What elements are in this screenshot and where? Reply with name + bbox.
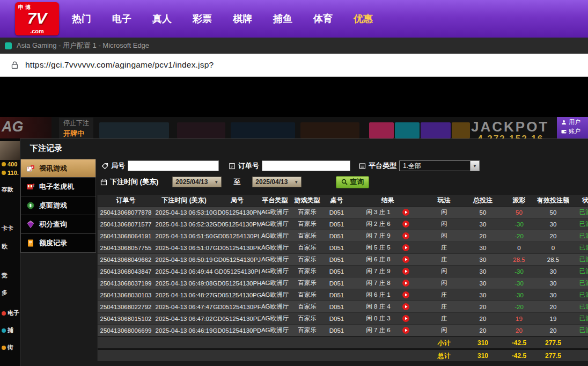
video-play-icon[interactable]	[402, 327, 409, 334]
cell-valid-bet: 20	[534, 301, 572, 312]
video-play-icon[interactable]	[402, 268, 409, 275]
game-status: 停止下注 开牌中	[59, 118, 93, 140]
round-input[interactable]	[128, 160, 219, 171]
cell-bet-time: 2025-04-13 06:50:19	[154, 254, 214, 265]
summary-payout: -42.5	[504, 350, 534, 362]
banner-art	[231, 122, 295, 138]
cell-platform: AG欧洲厅	[260, 289, 290, 301]
cell-valid-bet: 50	[534, 207, 572, 218]
cell-game-type: 百家乐	[290, 230, 325, 241]
video-play-icon[interactable]	[402, 291, 409, 298]
bet-records-table: 订单号下注时间 (美东)局号平台类型游戏类型桌号结果玩法总投注派彩有效投注额状态…	[97, 195, 588, 361]
video-play-icon[interactable]	[402, 280, 409, 287]
date-to-select[interactable]: 2025/04/13 ▼	[252, 177, 302, 187]
cell-play: 庄	[427, 313, 461, 324]
banner-art	[177, 122, 225, 138]
date-from-select[interactable]: 2025/04/13 ▼	[172, 177, 222, 187]
lobby-item-label: 街	[8, 343, 13, 352]
result-text: 闲 7 庄 6	[366, 326, 390, 334]
cell-order-id: 250413068015102	[98, 313, 154, 324]
sidebar-item-video-games[interactable]: 视讯游戏	[20, 159, 96, 178]
cell-play: 闲	[427, 277, 461, 289]
cell-result: 闲 7 庄 8	[349, 277, 427, 289]
chevron-down-icon[interactable]: ▼	[470, 161, 479, 171]
nav-item-live[interactable]: 真人	[152, 12, 172, 25]
cell-game-type: 百家乐	[290, 218, 325, 230]
lobby-left-nav: 400110.存款卡卡欧竞多电子捕街	[0, 138, 20, 366]
platform-type-select[interactable]: 1.全部 ▼	[399, 160, 480, 171]
cell-status: 已派彩	[572, 301, 588, 312]
cell-platform: AG欧洲厅	[260, 277, 290, 289]
cell-table-no: D051	[325, 254, 349, 265]
address-bar[interactable]: https://gci.7vvvvvv.com/agingame/pcv1/in…	[0, 54, 588, 77]
cell-play: 闲	[427, 325, 461, 336]
cell-bet-time: 2025-04-13 06:49:44	[154, 266, 214, 277]
tag-icon	[101, 163, 108, 170]
sidebar-item-slot-machines[interactable]: 电子老虎机	[20, 178, 96, 196]
cell-order-id: 250413068006699	[98, 325, 154, 336]
column-header-play: 玩法	[427, 195, 461, 207]
user-panel-item-1[interactable]: 账户	[561, 128, 588, 135]
summary-label: 总计	[427, 350, 461, 362]
cell-play: 闲	[427, 230, 461, 241]
subtotal-row: 小计310-42.5277.5	[98, 336, 588, 348]
game-status-line2: 开牌中	[63, 129, 89, 138]
cell-valid-bet: 19	[534, 313, 572, 324]
lobby-item-label: 110.	[8, 170, 19, 176]
order-input[interactable]	[262, 160, 350, 171]
sidebar-item-points-query[interactable]: 积分查询	[20, 215, 96, 234]
video-play-icon[interactable]	[402, 221, 409, 228]
site-logo[interactable]: 申博 7V .com	[15, 2, 59, 35]
cell-round-id: GD051254130PM	[214, 218, 260, 230]
sidebar-item-table-games[interactable]: 桌面游戏	[20, 196, 96, 215]
search-icon	[341, 179, 348, 185]
video-play-icon[interactable]	[402, 256, 409, 263]
column-header-bet-time: 下注时间 (美东)	[154, 195, 214, 207]
lobby-left-item: 110.	[2, 170, 19, 176]
nav-item-lottery[interactable]: 彩票	[193, 12, 212, 25]
cell-valid-bet: 20	[534, 230, 572, 241]
nav-item-slots[interactable]: 电子	[112, 12, 131, 25]
banner-art	[300, 122, 359, 138]
search-button-label: 查询	[350, 177, 364, 187]
lobby-item-label: 卡卡	[2, 224, 13, 232]
cell-payout: 19	[504, 313, 534, 324]
cell-table-no: D051	[325, 277, 349, 289]
order-label: 订单号	[238, 161, 259, 171]
lobby-item-label: 多	[2, 289, 8, 297]
nav-item-hot[interactable]: 热门	[72, 12, 91, 25]
lobby-banner: AG 停止下注 开牌中 JACKPOT 4,272,152.16 用户账户	[0, 117, 588, 138]
cell-order-id: 250413068037199	[98, 277, 154, 289]
document-icon	[229, 163, 236, 170]
video-play-icon[interactable]	[402, 232, 409, 239]
search-button[interactable]: 查询	[336, 176, 369, 188]
table-row: 2504130680641912025-04-13 06:51:50GD0512…	[98, 230, 588, 242]
lobby-item-label: 捕	[8, 326, 13, 334]
platform-type-label: 平台类型	[369, 161, 396, 171]
nav-item-chess[interactable]: 棋牌	[233, 12, 252, 25]
user-panel: 用户账户	[557, 117, 588, 138]
table-row: 2504130680227922025-04-13 06:47:47GD0512…	[98, 301, 588, 313]
cell-order-id: 250413068022792	[98, 301, 154, 312]
column-header-valid-bet: 有效投注额	[534, 195, 572, 207]
sidebar-item-quota-records[interactable]: 额度记录	[20, 234, 96, 253]
nav-item-promo[interactable]: 优惠	[354, 12, 373, 25]
video-play-icon[interactable]	[402, 209, 409, 216]
ag-logo: AG	[2, 119, 24, 135]
person-icon	[561, 120, 567, 125]
cell-game-type: 百家乐	[290, 242, 325, 253]
video-play-icon[interactable]	[402, 303, 409, 310]
cell-round-id: GD051254130PE	[214, 313, 260, 324]
video-play-icon[interactable]	[402, 315, 409, 322]
cell-table-no: D051	[325, 289, 349, 301]
cell-result: 闲 2 庄 6	[349, 218, 427, 230]
cell-platform: AG欧洲厅	[260, 230, 290, 241]
panel-content: 局号 订单号 平台类型 1.全部 ▼	[97, 159, 588, 361]
user-panel-item-0[interactable]: 用户	[561, 119, 588, 126]
cell-payout: -30	[504, 277, 534, 289]
nav-item-sports[interactable]: 体育	[313, 12, 333, 25]
table-row: 2504130680151022025-04-13 06:47:02GD0512…	[98, 313, 588, 325]
video-play-icon[interactable]	[402, 244, 409, 251]
nav-item-fishing[interactable]: 捕鱼	[273, 12, 292, 25]
result-text: 闲 6 庄 1	[366, 291, 390, 299]
